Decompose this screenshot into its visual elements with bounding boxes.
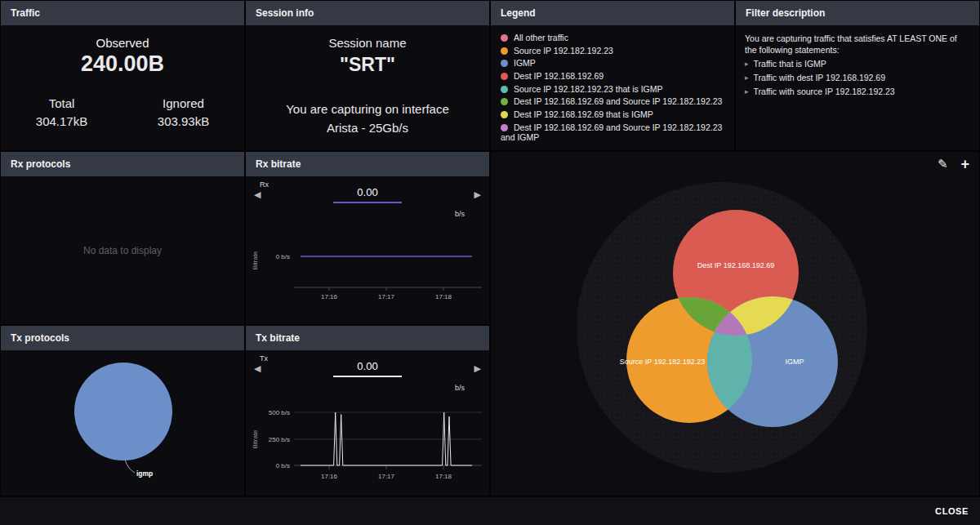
- edit-filter-icon[interactable]: ✎: [938, 157, 948, 171]
- session-body: Session name "SRT" You are capturing on …: [246, 25, 489, 135]
- x-tick-label: 17:17: [378, 293, 395, 300]
- rx-direction-label: Rx: [260, 180, 269, 189]
- y-tick-label: 0 b/s: [276, 462, 290, 469]
- filter-description-panel-header: Filter description: [736, 1, 979, 25]
- venn-label-dest-ip: Dest IP 192.168.192.69: [697, 261, 774, 269]
- y-tick-label: 0 b/s: [276, 253, 290, 260]
- panel-title: Legend: [501, 7, 536, 19]
- legend-color-dot: [501, 86, 508, 93]
- ignored-label: Ignored: [122, 96, 244, 110]
- legend-item-label: Dest IP 192.168.192.69: [514, 71, 604, 81]
- filter-intro-text: You are capturing traffic that satisfies…: [745, 33, 970, 56]
- next-arrow-icon[interactable]: ▶: [474, 363, 481, 374]
- rx-bitrate-panel-header: Rx bitrate: [246, 152, 489, 176]
- total-label: Total: [1, 96, 122, 110]
- tx-direction-label: Tx: [260, 354, 268, 363]
- legend-item-label: Dest IP 192.168.192.69 and Source IP 192…: [514, 96, 722, 106]
- legend-item-label: Dest IP 192.168.192.69 and Source IP 192…: [501, 122, 722, 143]
- panel-title: Session info: [256, 7, 314, 19]
- y-axis-label: Bitrate: [252, 251, 259, 270]
- filter-body: You are capturing traffic that satisfies…: [736, 25, 979, 105]
- tx-protocols-pie-chart: igmp: [1, 350, 243, 496]
- panel-title: Rx protocols: [11, 158, 70, 170]
- disclosure-triangle-icon: ▸: [745, 73, 749, 83]
- legend-item: Source IP 192.182.192.23 that is IGMP: [501, 84, 724, 95]
- observed-value: 240.00B: [1, 51, 244, 77]
- tx-protocols-body: igmp: [1, 350, 244, 496]
- tx-bitrate-value: 0.00: [333, 360, 402, 372]
- legend-panel-header: Legend: [491, 1, 734, 25]
- total-column: Total 304.17kB: [1, 96, 122, 128]
- prev-arrow-icon[interactable]: ◀: [254, 363, 261, 374]
- tx-protocols-panel: Tx protocols igmp: [0, 325, 245, 496]
- legend-item: All other traffic: [501, 33, 724, 43]
- filter-statement: ▸Traffic with source IP 192.182.192.23: [745, 87, 970, 97]
- filter-statements: ▸Traffic that is IGMP▸Traffic with dest …: [745, 59, 970, 97]
- legend-item: Dest IP 192.168.192.69 and Source IP 192…: [501, 96, 724, 107]
- traffic-body: Observed 240.00B Total 304.17kB Ignored …: [1, 25, 244, 128]
- pie-label-connector: [125, 460, 135, 473]
- panel-title: Traffic: [11, 7, 40, 19]
- rx-bitrate-body: Rx ◀ ▶ 0.00 b/s Bitrate 0 b/s 17:16 17:1…: [246, 176, 489, 324]
- filter-statement-text: Traffic with source IP 192.182.192.23: [754, 87, 895, 96]
- legend-item: Source IP 192.182.192.23: [501, 46, 724, 56]
- filter-description-panel: Filter description You are capturing tra…: [735, 0, 980, 151]
- tx-bitrate-body: Tx ◀ ▶ 0.00 b/s Bitrate 500 b/s 250 b/s …: [246, 350, 489, 498]
- x-tick-label: 17:18: [435, 473, 452, 480]
- rx-bitrate-chart: Bitrate 0 b/s 17:16 17:17 17:18: [249, 224, 488, 322]
- venn-label-source-ip: Source IP 192.182.192.23: [620, 358, 705, 366]
- venn-toolbar: ✎ +: [938, 157, 969, 171]
- rx-bitrate-value: 0.00: [333, 186, 402, 198]
- tx-bitrate-unit: b/s: [455, 384, 465, 392]
- filter-statement-text: Traffic that is IGMP: [754, 59, 826, 69]
- tx-protocols-panel-header: Tx protocols: [1, 326, 244, 350]
- x-tick-label: 17:18: [435, 293, 452, 300]
- tx-bitrate-panel-header: Tx bitrate: [246, 326, 489, 350]
- panel-title: Tx bitrate: [256, 332, 300, 344]
- session-name-value: "SRT": [246, 54, 489, 76]
- pie-slice-igmp[interactable]: [74, 363, 172, 460]
- venn-diagram: Dest IP 192.168.192.69 Source IP 192.182…: [491, 152, 980, 496]
- rx-bitrate-panel: Rx bitrate Rx ◀ ▶ 0.00 b/s Bitrate 0 b/s…: [245, 151, 490, 325]
- capture-filter-venn-panel: ✎ + Dest IP 192.168.192.69 Source IP 192…: [490, 151, 980, 496]
- prev-arrow-icon[interactable]: ◀: [254, 189, 261, 200]
- y-tick-label: 500 b/s: [269, 409, 290, 416]
- legend-item-label: IGMP: [514, 58, 536, 68]
- legend-item: Dest IP 192.168.192.69 and Source IP 192…: [501, 122, 724, 143]
- traffic-totals-row: Total 304.17kB Ignored 303.93kB: [1, 96, 244, 128]
- legend-color-dot: [501, 60, 508, 67]
- tx-bitrate-chart: Bitrate 500 b/s 250 b/s 0 b/s 17:16 17:1…: [249, 403, 488, 501]
- session-name-label: Session name: [246, 36, 489, 50]
- rx-bitrate-unit: b/s: [455, 210, 465, 218]
- legend-item-label: Source IP 192.182.192.23 that is IGMP: [514, 84, 663, 94]
- filter-statement-text: Traffic with dest IP 192.168.192.69: [754, 73, 886, 82]
- rx-bitrate-underline: [333, 202, 402, 203]
- ignored-value: 303.93kB: [122, 114, 244, 128]
- legend-item: Dest IP 192.168.192.69: [501, 71, 724, 82]
- panel-title: Tx protocols: [11, 332, 69, 344]
- panel-title: Rx bitrate: [256, 158, 301, 170]
- x-tick-label: 17:16: [321, 473, 338, 480]
- total-value: 304.17kB: [1, 114, 122, 128]
- legend-color-dot: [501, 73, 508, 80]
- rx-protocols-panel: Rx protocols No data to display: [0, 151, 245, 325]
- close-button[interactable]: CLOSE: [935, 506, 969, 516]
- capture-interface-text: You are capturing on interface: [246, 102, 489, 116]
- y-tick-label: 250 b/s: [269, 436, 290, 443]
- legend-item-label: Source IP 192.182.192.23: [514, 46, 613, 56]
- rx-current-bitrate: 0.00: [333, 186, 402, 203]
- legend-color-dot: [501, 111, 508, 118]
- add-filter-icon[interactable]: +: [960, 157, 969, 171]
- filter-statement: ▸Traffic that is IGMP: [745, 59, 970, 69]
- ignored-column: Ignored 303.93kB: [122, 96, 244, 128]
- legend-item: Dest IP 192.168.192.69 that is IGMP: [501, 109, 724, 120]
- observed-label: Observed: [1, 36, 244, 50]
- tx-bitrate-panel: Tx bitrate Tx ◀ ▶ 0.00 b/s Bitrate 500 b…: [245, 325, 490, 496]
- legend-color-dot: [501, 34, 508, 42]
- x-tick-label: 17:16: [321, 293, 338, 300]
- pie-slice-label: igmp: [136, 469, 153, 478]
- tx-current-bitrate: 0.00: [333, 360, 402, 377]
- next-arrow-icon[interactable]: ▶: [474, 189, 481, 200]
- x-tick-label: 17:17: [378, 473, 395, 480]
- legend-item-label: Dest IP 192.168.192.69 that is IGMP: [514, 109, 653, 119]
